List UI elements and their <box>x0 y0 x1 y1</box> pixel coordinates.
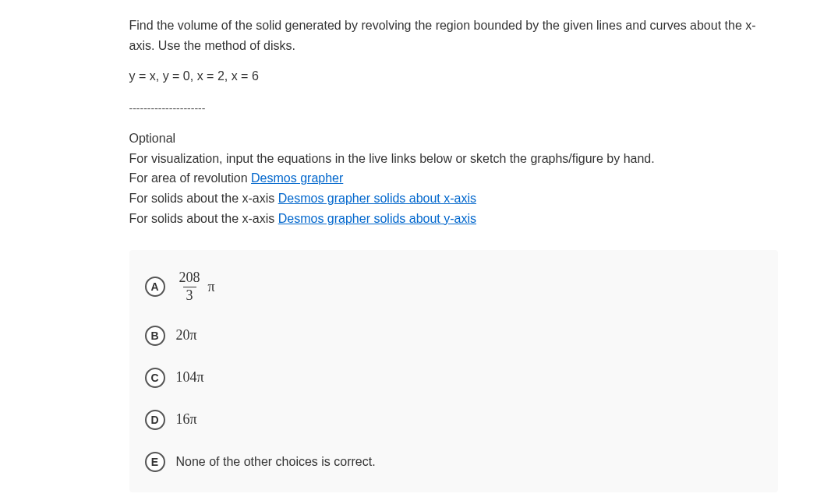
question-prompt: Find the volume of the solid generated b… <box>129 16 778 55</box>
answer-options: A 208 3 π B 20π C 104π D 16π E None of t… <box>129 250 778 492</box>
fraction-denominator: 3 <box>183 287 196 304</box>
optional-line-1: For area of revolution Desmos grapher <box>129 168 778 189</box>
desmos-yaxis-link[interactable]: Desmos grapher solids about y-axis <box>278 212 476 225</box>
optional-section: Optional For visualization, input the eq… <box>129 129 778 228</box>
desmos-grapher-link[interactable]: Desmos grapher <box>251 171 343 185</box>
option-c-letter: C <box>145 368 165 388</box>
option-b-label: 20π <box>176 327 197 344</box>
option-e[interactable]: E None of the other choices is correct. <box>129 441 778 483</box>
option-d[interactable]: D 16π <box>129 399 778 441</box>
optional-line-1-prefix: For area of revolution <box>129 171 252 185</box>
optional-line-2-prefix: For solids about the x-axis <box>129 192 278 205</box>
optional-line-3: For solids about the x-axis Desmos graph… <box>129 209 778 229</box>
desmos-xaxis-link[interactable]: Desmos grapher solids about x-axis <box>278 192 476 205</box>
optional-line-2: For solids about the x-axis Desmos graph… <box>129 189 778 209</box>
option-e-letter: E <box>145 452 165 472</box>
pi-symbol: π <box>208 279 215 295</box>
optional-heading: Optional <box>129 129 778 149</box>
option-c-label: 104π <box>176 369 204 386</box>
option-a-letter: A <box>145 277 165 297</box>
option-e-label: None of the other choices is correct. <box>176 455 376 469</box>
option-d-label: 16π <box>176 411 197 428</box>
fraction-icon: 208 3 <box>176 270 203 304</box>
optional-intro: For visualization, input the equations i… <box>129 149 778 169</box>
option-a-label: 208 3 π <box>176 270 215 304</box>
question-container: Find the volume of the solid generated b… <box>45 16 794 492</box>
option-d-letter: D <box>145 410 165 430</box>
option-a[interactable]: A 208 3 π <box>129 259 778 315</box>
fraction-numerator: 208 <box>176 270 203 287</box>
optional-line-3-prefix: For solids about the x-axis <box>129 212 278 225</box>
separator-dashes: --------------------- <box>129 102 778 115</box>
option-b-letter: B <box>145 326 165 346</box>
equation-line: y = x, y = 0, x = 2, x = 6 <box>129 69 778 83</box>
option-b[interactable]: B 20π <box>129 315 778 357</box>
option-c[interactable]: C 104π <box>129 357 778 399</box>
